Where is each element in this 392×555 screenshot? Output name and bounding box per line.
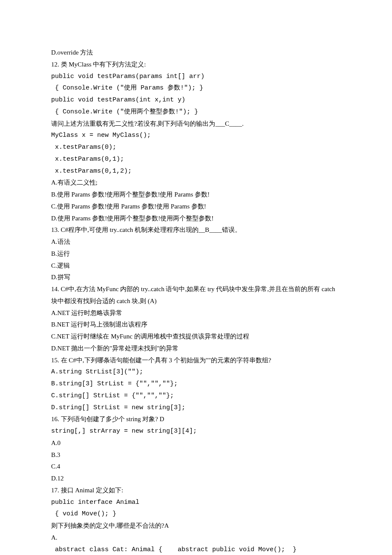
text-line: 13. C#程序中,可使用 try..catch 机制来处理程序出现的__B__… xyxy=(51,224,341,236)
text-line: C.4 xyxy=(51,461,341,473)
text-line: B.NET 运行时马上强制退出该程序 xyxy=(51,319,341,331)
text-line: { void Move(); } xyxy=(51,508,341,520)
text-line: 则下列抽象类的定义中,哪些是不合法的?A xyxy=(51,520,341,532)
text-line: 16. 下列语句创建了多少个 string 对象? D xyxy=(51,413,341,425)
text-line: 请问上述方法重载有无二义性?若没有,则下列语句的输出为___C____. xyxy=(51,118,341,130)
text-line: D.string[] StrList = new string[3]; xyxy=(51,402,341,414)
text-line: A.有语义二义性; xyxy=(51,177,341,189)
text-line: B.3 xyxy=(51,449,341,461)
text-line: 17. 接口 Animal 定义如下: xyxy=(51,485,341,497)
text-line: C.string[] StrList = {"","",""}; xyxy=(51,390,341,402)
text-line: D.使用 Params 参数!使用两个整型参数!使用两个整型参数! xyxy=(51,213,341,225)
text-line: public interface Animal xyxy=(51,497,341,509)
text-line: B.string[3] StrList = {"","",""}; xyxy=(51,378,341,390)
text-line: x.testParams(0,1,2); xyxy=(51,165,341,177)
text-line: 15. 在 C#中,下列哪条语句能创建一个具有 3 个初始值为""的元素的字符串… xyxy=(51,355,341,367)
document-content: D.override 方法12. 类 MyClass 中有下列方法定义:publ… xyxy=(51,47,341,555)
text-line: A.NET 运行时忽略该异常 xyxy=(51,307,341,319)
text-line: x.testParams(0,1); xyxy=(51,153,341,165)
document-page: D.override 方法12. 类 MyClass 中有下列方法定义:publ… xyxy=(0,0,392,555)
text-line: abstract class Cat: Animal { abstract pu… xyxy=(51,544,341,555)
text-line: A.语法 xyxy=(51,236,341,248)
text-line: B.使用 Params 参数!使用两个整型参数!使用 Params 参数! xyxy=(51,189,341,201)
text-line: D.override 方法 xyxy=(51,47,341,59)
text-line: C.NET 运行时继续在 MyFunc 的调用堆栈中查找提供该异常处理的过程 xyxy=(51,331,341,343)
text-line: A. xyxy=(51,532,341,544)
text-line: { Console.Write ("使用 Params 参数!"); } xyxy=(51,82,341,94)
text-line: D.12 xyxy=(51,473,341,485)
text-line: C.逻辑 xyxy=(51,260,341,272)
text-line: D.NET 抛出一个新的"异常处理未找到"的异常 xyxy=(51,343,341,355)
text-line: B.运行 xyxy=(51,248,341,260)
text-line: 12. 类 MyClass 中有下列方法定义: xyxy=(51,59,341,71)
text-line: A.string StrList[3](""); xyxy=(51,366,341,378)
text-line: A.0 xyxy=(51,437,341,449)
text-line: public void testParams(params int[] arr) xyxy=(51,71,341,83)
text-line: C.使用 Params 参数!使用 Params 参数!使用 Params 参数… xyxy=(51,201,341,213)
text-line: { Console.Write ("使用两个整型参数!"); } xyxy=(51,106,341,118)
text-line: MyClass x = new MyClass(); xyxy=(51,130,341,142)
text-line: public void testParams(int x,int y) xyxy=(51,94,341,106)
text-line: D.拼写 xyxy=(51,272,341,283)
text-line: x.testParams(0); xyxy=(51,142,341,153)
text-line: string[,] strArray = new string[3][4]; xyxy=(51,425,341,437)
text-line: 14. C#中,在方法 MyFunc 内部的 try..catch 语句中,如果… xyxy=(51,283,341,307)
